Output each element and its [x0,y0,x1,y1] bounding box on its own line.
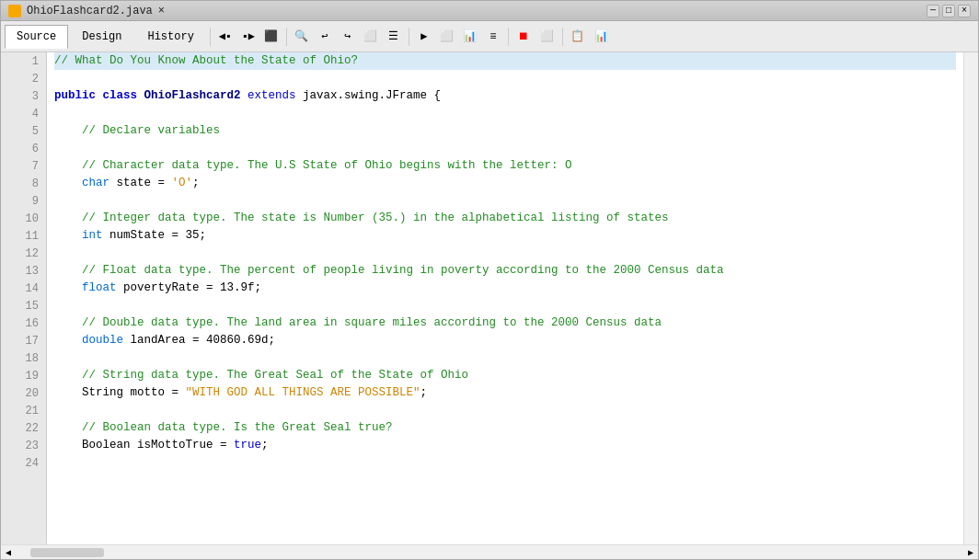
code-token: extends [248,87,303,105]
code-token: double [82,332,131,349]
maximize-btn[interactable]: □ [942,5,955,17]
toolbar-sep-3 [409,28,409,46]
code-line [54,297,956,314]
code-line: // Character data type. The U.S State of… [54,157,956,175]
code-token: // Declare variables [54,122,220,140]
code-line: Boolean isMottoTrue = true; [54,437,956,454]
minimize-btn[interactable]: ─ [927,5,939,17]
code-token: ; [192,175,200,192]
horizontal-scrollbar[interactable]: ◀ [1,545,963,560]
code-token: // Float data type. The percent of peopl… [54,262,724,280]
toolbar: Source Design History ◀▪ ▪▶ ⬛ 🔍 ↩ ↪ ⬜ ☰ … [1,21,978,52]
code-token: Boolean [54,437,137,454]
toolbar-btn-13[interactable]: 📋 [567,26,589,48]
tab-design[interactable]: Design [70,25,133,49]
code-line [54,454,956,472]
code-token: "WITH GOD ALL THINGS ARE POSSIBLE" [186,384,420,402]
toolbar-btn-11[interactable]: ≡ [482,26,504,48]
line-number: 9 [1,192,46,210]
toolbar-btn-3[interactable]: ⬛ [260,26,282,48]
toolbar-btn-12[interactable]: ⬜ [536,26,559,48]
code-token: String motto = [54,384,186,402]
toolbar-btn-8[interactable]: ☰ [383,26,405,48]
line-number: 13 [1,262,46,280]
title-bar-close-tab[interactable]: × [158,5,165,17]
window-title: OhioFlashcard2.java [27,5,153,17]
close-btn[interactable]: × [958,5,971,17]
main-window: OhioFlashcard2.java × ─ □ × Source Desig… [0,0,979,560]
toolbar-btn-5[interactable]: ↩ [314,26,336,48]
code-token: public [54,87,103,105]
line-number: 11 [1,227,46,245]
code-line: double landArea = 40860.69d; [54,332,956,349]
toolbar-btn-debug[interactable]: ⬜ [436,26,458,48]
line-number: 14 [1,280,46,297]
line-number: 3 [1,87,46,105]
line-number: 23 [1,437,46,454]
bottom-bar: ◀ ▶ [1,544,978,559]
code-line [54,349,956,367]
toolbar-btn-stop[interactable]: ⏹ [513,26,535,48]
hscroll-right[interactable]: ▶ [963,545,978,560]
toolbar-sep-1 [210,28,211,46]
line-number: 6 [1,140,46,157]
hscroll-thumb[interactable] [30,548,104,557]
line-number: 5 [1,122,46,140]
code-token: // String data type. The Great Seal of t… [54,367,468,384]
code-line: char state = 'O'; [54,175,956,192]
toolbar-btn-group-2: 🔍 ↩ ↪ ⬜ ☰ [291,26,405,48]
code-line: int numState = 35; [54,227,956,245]
toolbar-btn-7[interactable]: ⬜ [360,26,382,48]
code-line: public class OhioFlashcard2 extends java… [54,87,956,105]
toolbar-btn-10[interactable]: 📊 [459,26,481,48]
tab-history[interactable]: History [135,25,205,49]
code-token: javax.swing.JFrame { [303,87,441,105]
line-number: 21 [1,402,46,419]
code-line: float povertyRate = 13.9f; [54,280,956,297]
code-line: // Declare variables [54,122,956,140]
code-token: landArea = 40860.69d; [131,332,276,349]
code-token: 'O' [172,175,193,192]
code-area[interactable]: 123456789101112131415161718192021222324 … [1,52,978,544]
tab-source[interactable]: Source [5,25,68,49]
line-number: 24 [1,454,46,472]
line-number: 8 [1,175,46,192]
line-number: 17 [1,332,46,349]
toolbar-btn-search[interactable]: 🔍 [291,26,313,48]
toolbar-sep-5 [562,28,563,46]
line-number: 15 [1,297,46,314]
code-line: // Double data type. The land area in sq… [54,314,956,332]
code-token: povertyRate = 13.9f; [123,280,261,297]
toolbar-btn-14[interactable]: 📊 [591,26,613,48]
code-token: = [220,437,234,454]
code-token: int [82,227,109,245]
toolbar-btn-forward[interactable]: ▪▶ [237,26,259,48]
line-number: 18 [1,349,46,367]
code-line: // String data type. The Great Seal of t… [54,367,956,384]
code-line [54,245,956,262]
code-content: // What Do You Know About the State of O… [47,52,963,544]
hscroll-left[interactable]: ◀ [1,545,16,560]
content-area: 123456789101112131415161718192021222324 … [1,52,978,559]
code-token: // What Do You Know About the State of O… [54,52,358,70]
vertical-scrollbar[interactable] [963,52,978,544]
code-line: // Boolean data type. Is the Great Seal … [54,419,956,437]
line-number: 16 [1,314,46,332]
code-line [54,105,956,122]
code-token: // Integer data type. The state is Numbe… [54,210,669,227]
toolbar-btn-run[interactable]: ▶ [413,26,435,48]
code-token [54,175,82,192]
line-number: 22 [1,419,46,437]
code-line: // What Do You Know About the State of O… [54,52,956,70]
code-line: // Integer data type. The state is Numbe… [54,210,956,227]
code-token: // Double data type. The land area in sq… [54,314,662,332]
toolbar-btn-group-3: ▶ ⬜ 📊 ≡ [413,26,504,48]
title-bar-left: OhioFlashcard2.java × [8,5,165,17]
toolbar-btn-back[interactable]: ◀▪ [214,26,236,48]
title-bar-controls: ─ □ × [927,5,971,17]
code-token: class [103,87,144,105]
code-line [54,192,956,210]
toolbar-btn-6[interactable]: ↪ [337,26,359,48]
line-number: 10 [1,210,46,227]
code-token: isMottoTrue [137,437,220,454]
